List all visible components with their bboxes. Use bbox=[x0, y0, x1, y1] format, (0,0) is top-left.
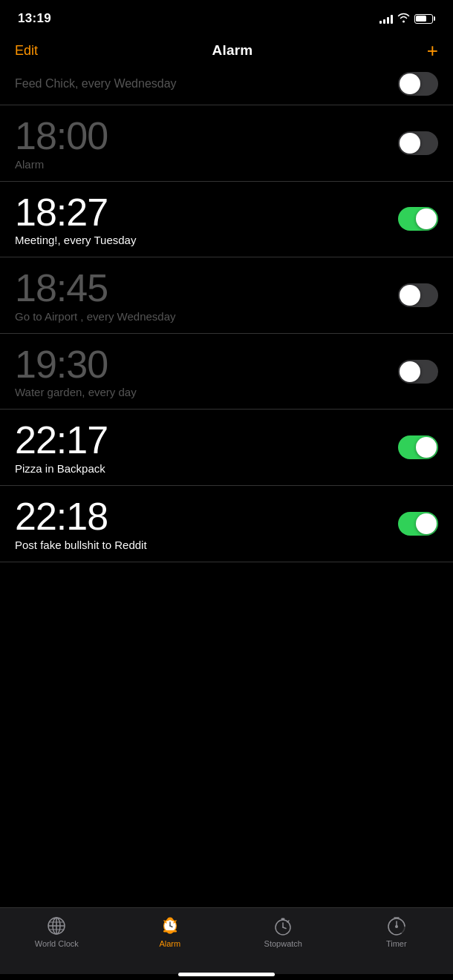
status-icons bbox=[379, 12, 436, 25]
partial-alarm-label: Feed Chick, every Wednesday bbox=[15, 77, 177, 91]
alarm-item-partial: Feed Chick, every Wednesday bbox=[0, 68, 453, 105]
alarm-label-1827: Meeting!, every Tuesday bbox=[15, 234, 136, 246]
home-indicator bbox=[0, 974, 453, 980]
toggle-2217[interactable] bbox=[398, 435, 438, 459]
alarm-item: 18:00 Alarm bbox=[0, 105, 453, 182]
tab-timer[interactable]: Timer bbox=[367, 915, 426, 948]
world-clock-icon bbox=[46, 915, 67, 936]
toggle-1845[interactable] bbox=[398, 283, 438, 307]
tab-timer-label: Timer bbox=[386, 939, 407, 948]
alarm-time-2217: 22:17 bbox=[15, 420, 108, 461]
stopwatch-icon bbox=[273, 915, 293, 936]
tab-world-clock-label: World Clock bbox=[35, 939, 79, 948]
tab-alarm[interactable]: Alarm bbox=[140, 915, 200, 948]
status-bar: 13:19 bbox=[0, 0, 453, 33]
status-time: 13:19 bbox=[18, 11, 51, 26]
alarm-label-2217: Pizza in Backpack bbox=[15, 462, 108, 475]
alarm-item: 22:18 Post fake bullshit to Reddit bbox=[0, 486, 453, 562]
toggle-2218[interactable] bbox=[398, 512, 438, 536]
alarm-time-1845: 18:45 bbox=[15, 268, 176, 309]
tab-world-clock[interactable]: World Clock bbox=[27, 915, 86, 948]
toggle-1827[interactable] bbox=[398, 207, 438, 231]
battery-icon bbox=[414, 14, 436, 24]
tab-stopwatch-label: Stopwatch bbox=[264, 939, 302, 948]
toggle-1930[interactable] bbox=[398, 360, 438, 384]
wifi-icon bbox=[397, 12, 410, 25]
signal-icon bbox=[379, 13, 393, 24]
alarm-icon bbox=[160, 915, 180, 936]
add-alarm-button[interactable]: + bbox=[427, 41, 438, 60]
alarm-time-1930: 19:30 bbox=[15, 344, 137, 385]
alarm-label-1930: Water garden, every day bbox=[15, 386, 137, 398]
alarm-label-1845: Go to Airport , every Wednesday bbox=[15, 310, 176, 323]
tab-stopwatch[interactable]: Stopwatch bbox=[253, 915, 313, 948]
home-bar bbox=[178, 973, 275, 976]
alarm-time-2218: 22:18 bbox=[15, 496, 147, 537]
svg-point-19 bbox=[395, 925, 398, 928]
alarm-item: 19:30 Water garden, every day bbox=[0, 334, 453, 410]
alarm-label-1800: Alarm bbox=[15, 158, 108, 171]
svg-line-13 bbox=[283, 927, 286, 929]
svg-rect-14 bbox=[281, 918, 285, 921]
tab-bar: World Clock bbox=[0, 907, 453, 974]
toggle-partial[interactable] bbox=[398, 72, 438, 96]
alarm-list: Feed Chick, every Wednesday 18:00 Alarm … bbox=[0, 68, 453, 907]
alarm-label-2218: Post fake bullshit to Reddit bbox=[15, 539, 147, 551]
nav-bar: Edit Alarm + bbox=[0, 33, 453, 68]
page-title: Alarm bbox=[212, 42, 252, 59]
tab-alarm-label: Alarm bbox=[159, 939, 180, 948]
alarm-time-1827: 18:27 bbox=[15, 192, 136, 233]
alarm-item: 22:17 Pizza in Backpack bbox=[0, 410, 453, 486]
alarm-item: 18:45 Go to Airport , every Wednesday bbox=[0, 257, 453, 334]
alarm-time-1800: 18:00 bbox=[15, 116, 108, 157]
toggle-1800[interactable] bbox=[398, 131, 438, 155]
edit-button[interactable]: Edit bbox=[15, 43, 38, 59]
svg-rect-10 bbox=[163, 930, 177, 933]
timer-icon bbox=[386, 915, 407, 936]
alarm-item: 18:27 Meeting!, every Tuesday bbox=[0, 182, 453, 258]
